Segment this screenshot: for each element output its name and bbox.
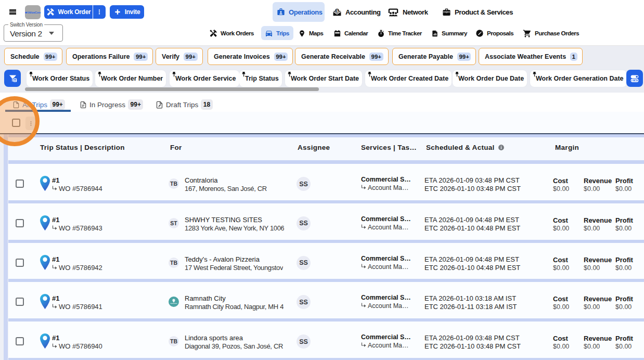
svg-text:$: $ [336,8,338,12]
